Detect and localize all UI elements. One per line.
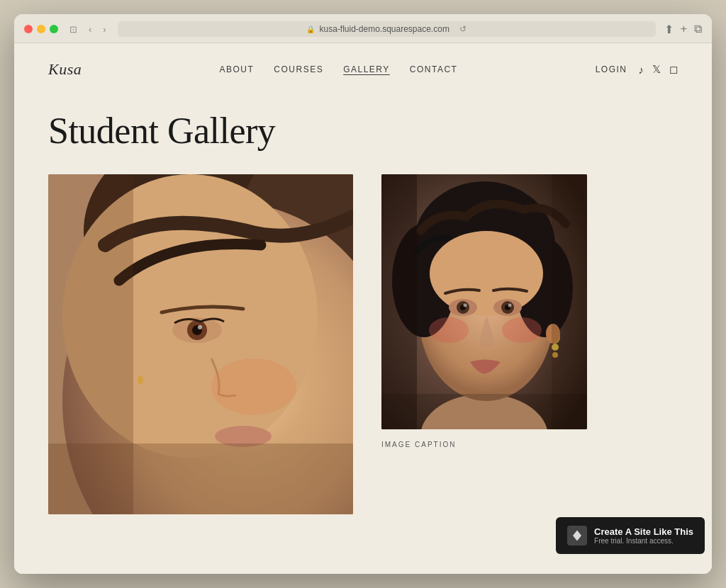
- svg-point-28: [508, 304, 512, 307]
- svg-point-8: [198, 325, 202, 329]
- svg-rect-37: [381, 394, 587, 429]
- share-icon[interactable]: ⬆: [664, 23, 674, 36]
- badge-main-text: Create A Site Like This: [594, 526, 693, 537]
- svg-point-10: [138, 375, 143, 384]
- svg-point-11: [211, 358, 296, 415]
- svg-rect-13: [48, 443, 353, 514]
- image-caption: IMAGE CAPTION: [381, 438, 587, 448]
- squarespace-badge[interactable]: Create A Site Like This Free trial. Inst…: [556, 517, 705, 554]
- back-button[interactable]: ‹: [86, 23, 94, 36]
- tabs-icon[interactable]: ⧉: [694, 23, 702, 35]
- site-header-right: LOGIN ♪ 𝕏 ◻: [596, 63, 678, 76]
- badge-sub-text: Free trial. Instant access.: [594, 537, 693, 545]
- browser-chrome: ⊡ ‹ › 🔒 kusa-fluid-demo.squarespace.com …: [14, 14, 712, 43]
- site-nav: ABOUT COURSES GALLERY CONTACT: [219, 64, 457, 74]
- twitter-icon[interactable]: 𝕏: [652, 63, 661, 76]
- refresh-icon[interactable]: ↺: [459, 24, 467, 34]
- nav-courses[interactable]: COURSES: [274, 64, 323, 74]
- nav-about[interactable]: ABOUT: [219, 64, 254, 74]
- minimize-button[interactable]: [37, 25, 45, 33]
- social-icons: ♪ 𝕏 ◻: [638, 63, 678, 76]
- address-bar[interactable]: 🔒 kusa-fluid-demo.squarespace.com ↺: [118, 21, 656, 37]
- svg-point-20: [430, 231, 543, 316]
- close-button[interactable]: [24, 25, 33, 33]
- site-header: Kusa ABOUT COURSES GALLERY CONTACT LOGIN…: [14, 43, 712, 96]
- gallery-image-left[interactable]: [48, 174, 353, 514]
- gallery-section: Student Gallery: [14, 96, 712, 543]
- forward-button[interactable]: ›: [100, 23, 108, 36]
- squarespace-badge-icon: [567, 526, 587, 545]
- gallery-grid: IMAGE CAPTION: [48, 174, 678, 514]
- svg-point-30: [502, 317, 542, 343]
- traffic-lights: [24, 25, 58, 33]
- maximize-button[interactable]: [50, 25, 58, 33]
- sidebar-toggle-icon[interactable]: ⊡: [67, 23, 80, 36]
- gallery-image-right[interactable]: [381, 174, 587, 429]
- browser-controls: ⊡ ‹ ›: [67, 23, 109, 36]
- browser-window: ⊡ ‹ › 🔒 kusa-fluid-demo.squarespace.com …: [14, 14, 712, 574]
- url-text: kusa-fluid-demo.squarespace.com: [319, 24, 449, 34]
- browser-actions: ⬆ + ⧉: [664, 23, 702, 36]
- svg-rect-35: [381, 174, 417, 429]
- nav-gallery[interactable]: GALLERY: [343, 64, 390, 74]
- lock-icon: 🔒: [306, 26, 315, 33]
- new-tab-icon[interactable]: +: [681, 23, 687, 35]
- login-button[interactable]: LOGIN: [596, 64, 627, 74]
- svg-point-29: [429, 317, 469, 343]
- gallery-right-column: IMAGE CAPTION: [381, 174, 587, 448]
- gallery-title: Student Gallery: [48, 110, 678, 152]
- tiktok-icon[interactable]: ♪: [638, 64, 644, 76]
- instagram-icon[interactable]: ◻: [669, 63, 678, 76]
- nav-contact[interactable]: CONTACT: [410, 64, 458, 74]
- svg-rect-36: [552, 174, 587, 429]
- svg-point-24: [464, 304, 467, 307]
- site-logo[interactable]: Kusa: [48, 60, 82, 79]
- page-content: Kusa ABOUT COURSES GALLERY CONTACT LOGIN…: [14, 43, 712, 574]
- squarespace-badge-text: Create A Site Like This Free trial. Inst…: [594, 526, 693, 545]
